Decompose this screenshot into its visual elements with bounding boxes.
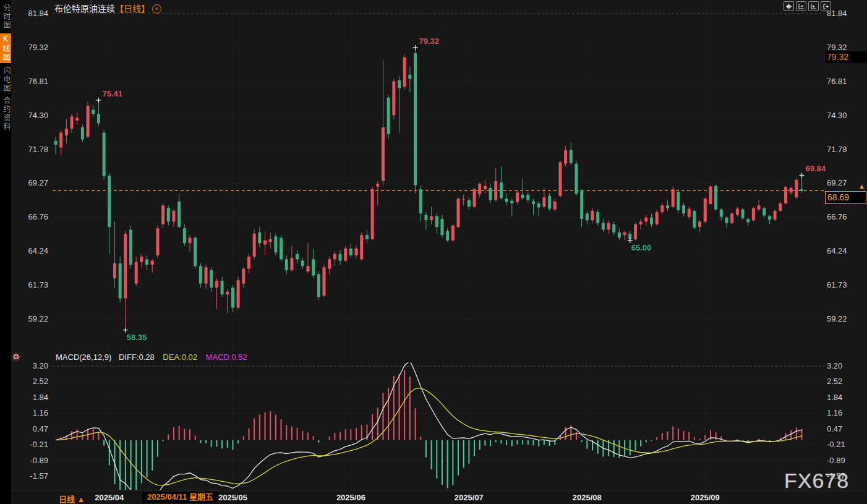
svg-text:61.73: 61.73 <box>827 280 847 289</box>
period-selector[interactable]: 日线 ▲ <box>59 493 85 504</box>
x-axis-tick: 2025/07 <box>447 493 490 502</box>
svg-text:58.35: 58.35 <box>127 333 147 342</box>
candlestick-chart[interactable]: 81.8481.8479.3279.3276.8176.8174.3074.30… <box>0 0 867 504</box>
svg-text:74.30: 74.30 <box>28 111 48 120</box>
x-axis-tick: 2025/06 <box>329 493 372 502</box>
svg-text:-0.21: -0.21 <box>30 440 48 449</box>
axis-scale-icon[interactable] <box>796 1 806 11</box>
macd-indicator-header[interactable]: MACD(26,12,9) DIFF:0.28 DEA:0.02 MACD:0.… <box>56 352 247 362</box>
svg-text:79.32: 79.32 <box>28 43 48 52</box>
svg-text:-1.57: -1.57 <box>30 471 48 481</box>
symbol-name: 布伦特原油连续 <box>54 4 115 14</box>
svg-text:71.78: 71.78 <box>28 145 48 154</box>
chart-window: 81.8481.8479.3279.3276.8176.8174.3074.30… <box>0 0 867 504</box>
last-price-marker: 68.69 <box>825 191 866 204</box>
svg-text:59.22: 59.22 <box>827 314 847 323</box>
time-axis-bar: 日线 ▲ 2025/04/11 星期五 2025/042025/052025/0… <box>11 490 867 504</box>
circle-plus-icon[interactable]: + <box>152 4 161 14</box>
move-icon[interactable] <box>784 1 794 11</box>
live-quote-icon <box>11 352 21 364</box>
x-axis-tick: 2025/08 <box>565 493 609 502</box>
svg-text:61.73: 61.73 <box>28 280 48 289</box>
svg-text:1.84: 1.84 <box>827 393 842 402</box>
svg-text:3.20: 3.20 <box>33 361 48 370</box>
sidebar-item-flash-chart[interactable]: 闪电图 <box>1 67 11 93</box>
fx678-watermark: FX678 <box>784 469 849 493</box>
svg-text:74.30: 74.30 <box>827 111 847 120</box>
x-axis-tick: 2025/05 <box>211 493 254 502</box>
crosshair-date-label: 2025/04/11 星期五 <box>142 492 218 503</box>
svg-text:59.22: 59.22 <box>28 314 48 323</box>
svg-text:65.00: 65.00 <box>631 243 652 252</box>
sidebar-item-contract-info[interactable]: 合约资料 <box>1 96 11 131</box>
svg-text:3.20: 3.20 <box>827 361 842 370</box>
svg-text:-0.89: -0.89 <box>827 456 845 465</box>
svg-text:64.24: 64.24 <box>28 246 48 255</box>
svg-text:75.41: 75.41 <box>102 89 122 98</box>
svg-text:66.76: 66.76 <box>827 212 847 221</box>
diff-value-label: DIFF:0.28 <box>119 352 155 362</box>
sidebar-item-timeline-chart[interactable]: 分时图 <box>1 4 11 30</box>
svg-text:66.76: 66.76 <box>28 212 48 221</box>
svg-text:1.16: 1.16 <box>827 408 842 417</box>
dea-value-label: DEA:0.02 <box>163 352 197 362</box>
exit-icon[interactable] <box>821 1 831 11</box>
svg-text:79.32: 79.32 <box>419 36 440 46</box>
svg-text:1.84: 1.84 <box>33 393 48 402</box>
session-high-price-marker: 79.32 <box>826 51 867 63</box>
x-axis-tick: 2025/09 <box>683 493 727 502</box>
svg-text:69.27: 69.27 <box>827 178 847 187</box>
svg-text:1.16: 1.16 <box>33 408 48 417</box>
axis-pan-icon[interactable] <box>808 1 819 11</box>
macd-value-label: MACD:0.52 <box>206 352 247 362</box>
svg-text:0.47: 0.47 <box>33 424 48 434</box>
sidebar: 分时图 K线图 闪电图 合约资料 <box>0 0 11 504</box>
sidebar-item-candlestick-chart[interactable]: K线图 <box>0 33 11 63</box>
chart-title: 布伦特原油连续【日线】+ <box>54 2 161 14</box>
svg-text:-0.21: -0.21 <box>827 440 845 449</box>
svg-text:2.52: 2.52 <box>33 377 48 386</box>
svg-text:79.32: 79.32 <box>827 43 847 52</box>
period-tag: 【日线】 <box>115 4 150 14</box>
svg-text:81.84: 81.84 <box>28 9 48 18</box>
chart-toolbar <box>784 1 831 11</box>
svg-text:64.24: 64.24 <box>827 246 847 255</box>
svg-text:-0.89: -0.89 <box>30 456 48 465</box>
svg-text:71.78: 71.78 <box>827 145 847 154</box>
jump-to-latest-icon[interactable]: ▲ <box>858 182 865 190</box>
macd-name-label: MACD(26,12,9) <box>56 352 111 362</box>
svg-text:2.52: 2.52 <box>827 377 842 386</box>
x-axis-tick: 2025/04 <box>88 493 131 502</box>
svg-text:76.81: 76.81 <box>28 77 48 86</box>
svg-text:69.27: 69.27 <box>28 178 48 187</box>
svg-text:69.84: 69.84 <box>806 164 826 173</box>
svg-text:76.81: 76.81 <box>827 77 847 86</box>
svg-text:0.47: 0.47 <box>827 424 842 434</box>
